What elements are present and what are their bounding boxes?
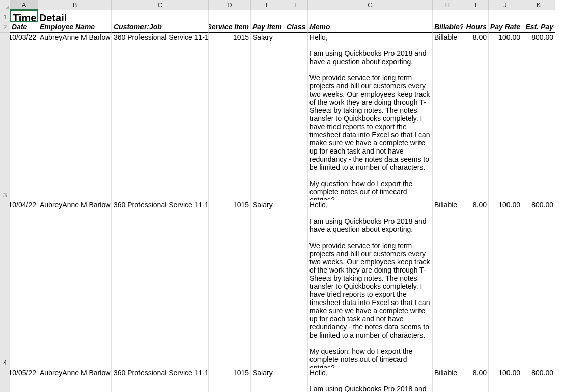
cell-employee[interactable]: AubreyAnne M Barlow2 [38, 368, 112, 392]
cell-billable[interactable]: Billable [433, 33, 463, 200]
cell-customer[interactable]: 360 Professional Service 11-13 [112, 200, 209, 368]
col-header-C[interactable]: C [112, 0, 209, 10]
cell-employee[interactable]: AubreyAnne M Barlow2 [38, 200, 112, 368]
col-header-K[interactable]: K [522, 0, 555, 10]
header-class[interactable]: Class [285, 22, 308, 33]
cell-est-pay[interactable]: 800.00 [522, 368, 555, 392]
spreadsheet-grid[interactable]: A B C D E F G H I J K 1 Time Detail 2 Da… [0, 0, 563, 392]
cell-pay-rate[interactable]: 100.00 [489, 368, 522, 392]
select-all-corner[interactable] [0, 0, 10, 10]
cell-memo[interactable]: Hello, I am using Quickbooks Pro 2018 an… [308, 200, 433, 368]
header-customer[interactable]: Customer:Job [112, 22, 209, 33]
cell-service[interactable]: 1015 [209, 33, 251, 200]
header-hours[interactable]: Hours [463, 22, 489, 33]
col-header-F[interactable]: F [285, 0, 308, 10]
cell-date[interactable]: 10/04/22 [10, 200, 38, 368]
col-header-E[interactable]: E [251, 0, 285, 10]
cell-pay-item[interactable]: Salary [251, 368, 285, 392]
cell-customer[interactable]: 360 Professional Service 11-13 [112, 33, 209, 200]
cell-date[interactable]: 10/05/22 [10, 368, 38, 392]
cell-pay-rate[interactable]: 100.00 [489, 33, 522, 200]
cell-service[interactable]: 1015 [209, 368, 251, 392]
cell-D1[interactable] [209, 10, 251, 22]
col-header-D[interactable]: D [209, 0, 251, 10]
cell-hours[interactable]: 8.00 [463, 368, 489, 392]
cell-G1[interactable] [308, 10, 433, 22]
cell-class[interactable] [285, 33, 308, 200]
cell-E1[interactable] [251, 10, 285, 22]
header-memo[interactable]: Memo [308, 22, 433, 33]
title-cell[interactable]: Time Detail [10, 10, 38, 22]
header-date[interactable]: Date [10, 22, 38, 33]
cell-date[interactable]: 10/03/22 [10, 33, 38, 200]
cell-pay-rate[interactable]: 100.00 [489, 200, 522, 368]
header-pay-item[interactable]: Pay Item [251, 22, 285, 33]
cell-I1[interactable] [463, 10, 489, 22]
header-est-pay[interactable]: Est. Pay [522, 22, 555, 33]
row-header-3[interactable]: 3 [0, 33, 10, 200]
col-header-H[interactable]: H [433, 0, 463, 10]
cell-class[interactable] [285, 368, 308, 392]
header-service[interactable]: Service Item [209, 22, 251, 33]
row-header-1[interactable]: 1 [0, 10, 10, 22]
cell-billable[interactable]: Billable [433, 200, 463, 368]
cell-employee[interactable]: AubreyAnne M Barlow2 [38, 33, 112, 200]
cell-H1[interactable] [433, 10, 463, 22]
row-header-4[interactable]: 4 [0, 200, 10, 368]
header-billable[interactable]: Billable? [433, 22, 463, 33]
cell-B1[interactable] [38, 10, 112, 22]
col-header-B[interactable]: B [38, 0, 112, 10]
cell-C1[interactable] [112, 10, 209, 22]
row-header-2[interactable]: 2 [0, 22, 10, 33]
cell-K1[interactable] [522, 10, 555, 22]
col-header-G[interactable]: G [308, 0, 433, 10]
col-header-J[interactable]: J [489, 0, 522, 10]
cell-billable[interactable]: Billable [433, 368, 463, 392]
header-pay-rate[interactable]: Pay Rate [489, 22, 522, 33]
cell-memo[interactable]: Hello, I am using Quickbooks Pro 2018 an… [308, 33, 433, 200]
cell-class[interactable] [285, 200, 308, 368]
cell-customer[interactable]: 360 Professional Service 11-13 [112, 368, 209, 392]
cell-hours[interactable]: 8.00 [463, 33, 489, 200]
cell-hours[interactable]: 8.00 [463, 200, 489, 368]
cell-pay-item[interactable]: Salary [251, 33, 285, 200]
cell-memo[interactable]: Hello, I am using Quickbooks Pro 2018 an… [308, 368, 433, 392]
cell-F1[interactable] [285, 10, 308, 22]
col-header-I[interactable]: I [463, 0, 489, 10]
cell-J1[interactable] [489, 10, 522, 22]
cell-pay-item[interactable]: Salary [251, 200, 285, 368]
cell-est-pay[interactable]: 800.00 [522, 33, 555, 200]
cell-est-pay[interactable]: 800.00 [522, 200, 555, 368]
header-employee[interactable]: Employee Name [38, 22, 112, 33]
col-header-A[interactable]: A [10, 0, 38, 10]
row-header-5[interactable] [0, 368, 10, 392]
cell-service[interactable]: 1015 [209, 200, 251, 368]
